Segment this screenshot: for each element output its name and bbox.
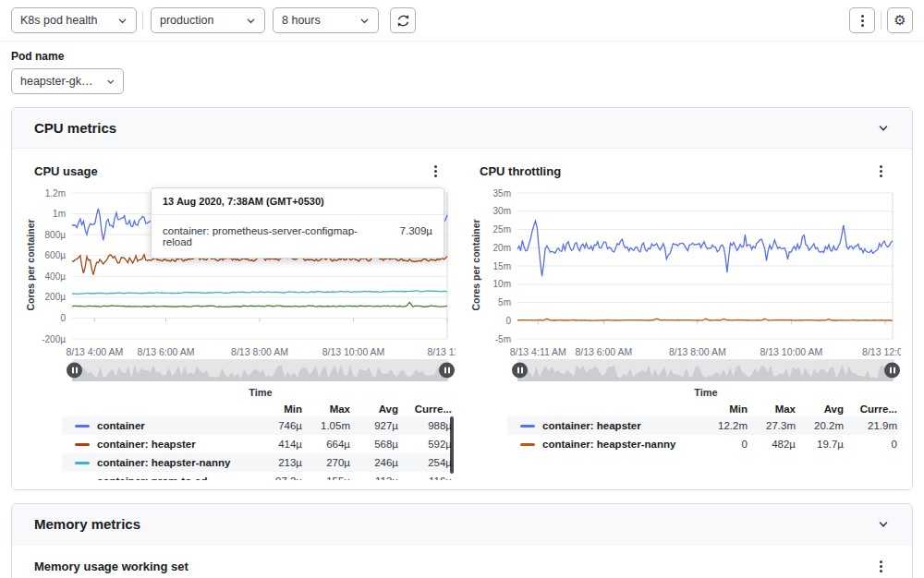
cpu-usage-legend: MinMaxAvgCurre...container746µ1.05m927µ9… bbox=[62, 401, 454, 480]
pod-name-label: Pod name bbox=[11, 50, 913, 63]
gear-icon: ⚙ bbox=[894, 14, 906, 28]
legend-column-header: Avg bbox=[352, 403, 400, 415]
svg-text:8/13 4:11 AM: 8/13 4:11 AM bbox=[510, 346, 566, 357]
svg-text:5m: 5m bbox=[498, 297, 511, 307]
brush-preview-area bbox=[72, 365, 447, 381]
pod-name-select-value: heapster-gke-6f... bbox=[20, 75, 99, 88]
brush-handle-left[interactable] bbox=[67, 363, 82, 379]
legend-column-header: Min bbox=[256, 403, 304, 415]
environment-select[interactable]: production bbox=[151, 7, 265, 33]
chevron-down-icon bbox=[117, 16, 128, 26]
time-brush[interactable] bbox=[517, 359, 894, 381]
series-swatch bbox=[75, 462, 90, 464]
y-axis-title: Cores per container bbox=[25, 219, 36, 310]
legend-scrollbar[interactable] bbox=[450, 416, 454, 474]
svg-text:25m: 25m bbox=[493, 224, 511, 235]
svg-text:8/13 12:00: 8/13 12:00 bbox=[862, 346, 901, 357]
svg-text:600µ: 600µ bbox=[45, 250, 67, 260]
chevron-down-icon bbox=[246, 16, 256, 26]
cpu-throttling-legend: MinMaxAvgCurre...container: heapster12.2… bbox=[507, 401, 899, 453]
tooltip-series-label: container: prometheus-server-configmap-r… bbox=[163, 225, 378, 247]
legend-row[interactable]: container: heapster-nanny213µ270µ246µ254… bbox=[62, 453, 454, 472]
brush-preview-area bbox=[517, 365, 893, 381]
cpu-throttling-plot: 35m30m25m20m15m10m5m0-5m8/13 4:11 AM8/13… bbox=[467, 180, 903, 357]
cpu-throttling-chart-block: CPU throttling Cores per container 35m30… bbox=[467, 154, 903, 480]
dashboard-select-value: K8s pod health bbox=[20, 14, 97, 27]
svg-text:8/13 10:00 AM: 8/13 10:00 AM bbox=[322, 346, 385, 357]
brush-handle-right[interactable] bbox=[439, 363, 455, 379]
svg-text:15m: 15m bbox=[493, 261, 511, 271]
kebab-menu-icon bbox=[880, 165, 882, 177]
tooltip-value: 7.309µ bbox=[400, 225, 432, 247]
svg-text:8/13 6:00 AM: 8/13 6:00 AM bbox=[138, 346, 195, 357]
cpu-usage-options-button[interactable] bbox=[426, 162, 444, 180]
legend-header: MinMaxAvgCurre... bbox=[62, 401, 454, 416]
legend-column-header: Max bbox=[749, 403, 797, 415]
series-line bbox=[72, 303, 447, 307]
legend-column-header: Curre... bbox=[400, 403, 454, 415]
svg-text:-5m: -5m bbox=[495, 334, 511, 344]
x-axis-title: Time bbox=[517, 381, 894, 401]
tooltip-timestamp: 13 Aug 2020, 7:38AM (GMT+0530) bbox=[152, 188, 444, 215]
filter-toolbar: K8s pod health production 8 hours ⚙ bbox=[0, 0, 924, 42]
svg-text:8/13 8:00 AM: 8/13 8:00 AM bbox=[231, 346, 288, 357]
chevron-down-icon bbox=[106, 77, 115, 87]
legend-column-header: Max bbox=[304, 403, 352, 415]
svg-text:-200µ: -200µ bbox=[42, 334, 66, 344]
settings-button[interactable]: ⚙ bbox=[887, 7, 913, 33]
svg-text:1.2m: 1.2m bbox=[45, 188, 66, 199]
chevron-down-icon bbox=[877, 122, 890, 135]
cpu-usage-chart-block: CPU usage Cores per container 1.2m1m800µ… bbox=[21, 154, 457, 480]
series-line bbox=[72, 291, 447, 295]
svg-text:400µ: 400µ bbox=[45, 271, 67, 282]
svg-text:200µ: 200µ bbox=[45, 292, 67, 302]
svg-text:1m: 1m bbox=[53, 209, 66, 219]
more-options-button[interactable] bbox=[849, 7, 875, 33]
legend-row[interactable]: container: heapster12.2m27.3m20.2m21.9m bbox=[507, 416, 899, 435]
cpu-metrics-header[interactable]: CPU metrics bbox=[12, 108, 912, 149]
chevron-down-icon bbox=[877, 518, 890, 531]
refresh-icon bbox=[396, 14, 410, 28]
brush-handle-left[interactable] bbox=[512, 363, 528, 379]
kebab-menu-icon bbox=[880, 560, 882, 572]
svg-text:0: 0 bbox=[60, 313, 66, 323]
cpu-throttling-title: CPU throttling bbox=[480, 164, 561, 178]
legend-header: MinMaxAvgCurre... bbox=[507, 401, 899, 416]
time-range-select-value: 8 hours bbox=[282, 14, 321, 27]
svg-text:8/13 8:00 AM: 8/13 8:00 AM bbox=[669, 346, 726, 357]
brush-handle-right[interactable] bbox=[884, 363, 900, 379]
cpu-usage-title: CPU usage bbox=[34, 164, 98, 178]
legend-row[interactable]: container: prom-to-sd97.2µ155µ113µ116µ bbox=[62, 472, 454, 480]
svg-text:800µ: 800µ bbox=[45, 230, 67, 240]
series-swatch bbox=[520, 443, 535, 446]
y-axis-title: Cores per container bbox=[470, 219, 481, 310]
cpu-metrics-title: CPU metrics bbox=[34, 120, 116, 136]
series-swatch bbox=[75, 443, 90, 446]
memory-metrics-title: Memory metrics bbox=[34, 516, 140, 532]
legend-row[interactable]: container: heapster414µ664µ568µ592µ bbox=[62, 435, 454, 453]
time-brush[interactable] bbox=[72, 359, 449, 381]
series-swatch bbox=[75, 480, 90, 481]
legend-column-header: Min bbox=[701, 403, 749, 415]
memory-metrics-header[interactable]: Memory metrics bbox=[12, 504, 912, 545]
cpu-throttling-options-button[interactable] bbox=[871, 162, 890, 180]
environment-select-value: production bbox=[160, 14, 213, 27]
chart-tooltip: 13 Aug 2020, 7:38AM (GMT+0530) container… bbox=[151, 187, 444, 259]
toolbar-divider bbox=[142, 11, 143, 30]
refresh-button[interactable] bbox=[390, 7, 416, 33]
svg-text:10m: 10m bbox=[493, 279, 511, 289]
legend-row[interactable]: container746µ1.05m927µ988µ bbox=[62, 416, 454, 435]
legend-row[interactable]: container: heapster-nanny0482µ19.7µ0 bbox=[507, 435, 899, 453]
pod-name-select[interactable]: heapster-gke-6f... bbox=[11, 68, 124, 94]
svg-text:30m: 30m bbox=[493, 206, 511, 216]
toolbar-divider bbox=[881, 11, 881, 30]
series-swatch bbox=[520, 425, 535, 427]
svg-text:20m: 20m bbox=[493, 243, 511, 253]
memory-metrics-panel: Memory metrics Memory usage working set bbox=[11, 503, 913, 578]
legend-column-header: Avg bbox=[797, 403, 845, 415]
dashboard-select[interactable]: K8s pod health bbox=[11, 7, 137, 33]
kebab-menu-icon bbox=[861, 15, 864, 27]
memory-usage-options-button[interactable] bbox=[871, 557, 890, 575]
time-range-select[interactable]: 8 hours bbox=[273, 7, 379, 33]
memory-usage-title: Memory usage working set bbox=[34, 560, 188, 573]
